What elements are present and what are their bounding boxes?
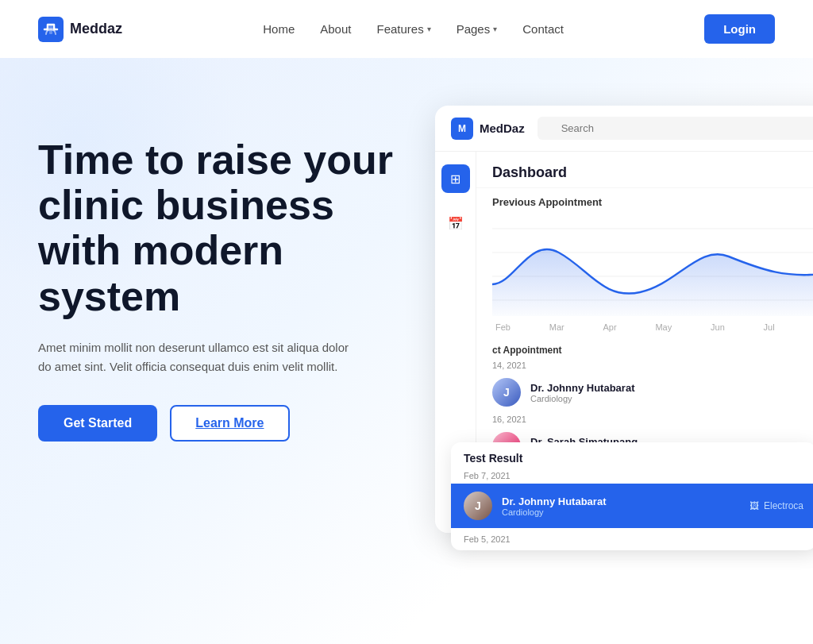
nav-item-home[interactable]: Home (263, 22, 295, 37)
test-doctor-info: Dr. Johnny Hutabarat Cardiology (502, 496, 606, 517)
hero-buttons: Get Started Learn More (38, 405, 403, 442)
test-result-row: J Dr. Johnny Hutabarat Cardiology 🖼 Elec… (451, 484, 813, 528)
chart-area: Feb Mar Apr May Jun Jul Aug (476, 213, 813, 340)
doctor-avatar-1: J (492, 378, 521, 407)
dashboard-title-bar: Dashboard (476, 152, 813, 188)
nav-item-pages[interactable]: Pages ▾ (457, 22, 498, 36)
learn-more-button[interactable]: Learn More (170, 405, 289, 442)
hero-subtitle: Amet minim mollit non deserunt ullamco e… (38, 338, 356, 376)
dashboard-title: Dashboard (492, 164, 813, 181)
prev-appointment-label: Previous Appointment (476, 188, 813, 213)
dashboard-header: M MedDaz 🔍 (435, 106, 813, 152)
test-doctor-avatar: J (464, 492, 492, 520)
navbar: Meddaz Home About Features ▾ Pages ▾ Con… (0, 0, 813, 58)
dashboard-search-input[interactable] (538, 117, 813, 140)
ecg-icon: 🖼 (749, 500, 759, 511)
dashboard-logo-icon: M (451, 118, 473, 140)
get-started-button[interactable]: Get Started (38, 405, 157, 442)
dashboard-search-wrapper: 🔍 (538, 117, 813, 140)
appt-date-2: 16, 2021 (476, 413, 813, 426)
appt-name-1: Dr. Johnny Hutabarat (530, 382, 634, 394)
appointment-item-1: J Dr. Johnny Hutabarat Cardiology (476, 372, 813, 413)
chart-labels: Feb Mar Apr May Jun Jul Aug (492, 322, 813, 332)
appointment-chart (492, 213, 813, 316)
test-result-title: Test Result (451, 442, 813, 471)
hero-illustration: M MedDaz 🔍 ⊞ 📅 ⚙ (403, 90, 775, 566)
test-doctor-specialty: Cardiology (502, 507, 606, 517)
dashboard-logo: M MedDaz (451, 118, 525, 140)
test-result-type: 🖼 Electroca (749, 500, 803, 511)
hero-content: Time to raise your clinic business with … (38, 90, 403, 442)
login-button[interactable]: Login (704, 14, 775, 44)
dashboard-logo-text: MedDaz (480, 121, 525, 135)
test-doctor-name: Dr. Johnny Hutabarat (502, 496, 606, 507)
hero-section: Time to raise your clinic business with … (0, 58, 813, 644)
nav-item-contact[interactable]: Contact (522, 22, 564, 37)
next-appointment-label: ct Appointment (476, 340, 813, 359)
appt-specialty-1: Cardiology (530, 394, 634, 403)
sidebar-calendar-icon[interactable]: 📅 (441, 209, 470, 237)
test-result-card: Test Result Feb 7, 2021 J Dr. Johnny Hut… (451, 442, 813, 550)
appt-date-1: 14, 2021 (476, 359, 813, 372)
logo[interactable]: Meddaz (38, 17, 122, 42)
chevron-down-icon: ▾ (427, 25, 431, 33)
test-result-date1: Feb 7, 2021 (451, 471, 813, 484)
logo-text: Meddaz (70, 21, 122, 37)
nav-item-features[interactable]: Features ▾ (376, 22, 430, 36)
appt-info-1: Dr. Johnny Hutabarat Cardiology (530, 382, 634, 403)
hero-title: Time to raise your clinic business with … (38, 137, 403, 319)
logo-icon (38, 17, 64, 42)
nav-links: Home About Features ▾ Pages ▾ Contact (263, 22, 564, 37)
sidebar-dashboard-icon[interactable]: ⊞ (441, 164, 470, 193)
chevron-down-icon: ▾ (493, 25, 497, 33)
nav-item-about[interactable]: About (320, 22, 351, 37)
test-result-date2: Feb 5, 2021 (451, 528, 813, 550)
